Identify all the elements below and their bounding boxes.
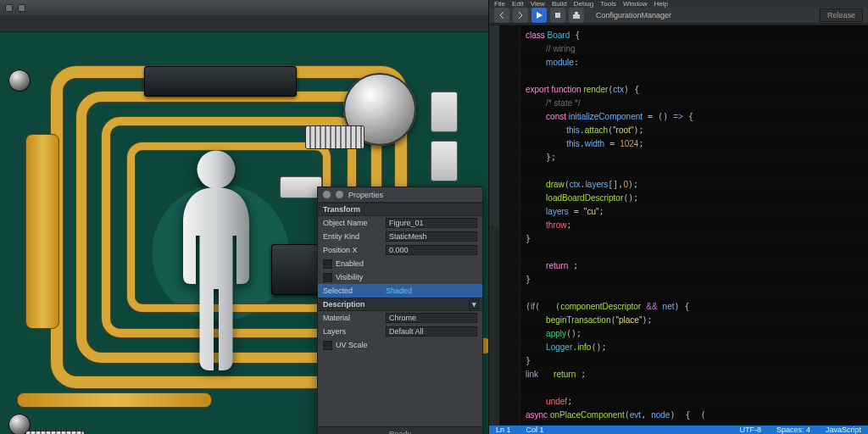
- status-bar[interactable]: Ln 1 Col 1 UTF-8 Spaces: 4 JavaScript: [489, 426, 868, 434]
- nav-back-button[interactable]: [494, 8, 509, 23]
- prop-row-layer[interactable]: Layers Default All: [318, 325, 482, 338]
- prop-row-scale[interactable]: UV Scale: [318, 338, 482, 352]
- status-lang: JavaScript: [826, 426, 861, 434]
- design-viewport-pane: Properties Transform Object Name Figure_…: [0, 0, 488, 434]
- prop-material-input[interactable]: Chrome: [386, 313, 477, 323]
- code-editor[interactable]: class Board { // wiring module: export f…: [489, 25, 868, 426]
- status-indent: Spaces: 4: [776, 426, 810, 434]
- status-col: Col 1: [526, 426, 544, 434]
- panel-menu-icon[interactable]: [336, 191, 343, 198]
- menu-item-build[interactable]: Build: [552, 0, 567, 8]
- code-editor-pane: FileEditViewBuildDebugToolsWindowHelp Co…: [488, 0, 868, 434]
- properties-panel-header[interactable]: Properties: [318, 187, 482, 203]
- pcb-3d-viewport[interactable]: Properties Transform Object Name Figure_…: [0, 32, 488, 434]
- line-number-gutter: [500, 25, 520, 426]
- menubar[interactable]: FileEditViewBuildDebugToolsWindowHelp: [489, 0, 868, 8]
- prop-type-input[interactable]: StaticMesh: [386, 231, 477, 242]
- checkbox-icon[interactable]: [323, 341, 332, 350]
- properties-panel-title: Properties: [348, 191, 383, 199]
- resistor-array-icon: [305, 125, 364, 149]
- window-control-icon[interactable]: [18, 4, 25, 12]
- prop-name-input[interactable]: Figure_01: [386, 218, 477, 228]
- person-silhouette-icon: [153, 147, 280, 376]
- config-dropdown[interactable]: Release: [820, 8, 863, 22]
- menu-item-help[interactable]: Help: [654, 0, 667, 8]
- menu-item-edit[interactable]: Edit: [512, 0, 524, 8]
- menu-item-tools[interactable]: Tools: [600, 0, 616, 8]
- prop-row-selected[interactable]: Selected Shaded: [318, 284, 482, 298]
- collapse-icon[interactable]: ▾: [469, 299, 479, 309]
- panel-menu-icon[interactable]: [323, 191, 331, 198]
- code-area[interactable]: class Board { // wiring module: export f…: [520, 25, 868, 426]
- prop-row-type[interactable]: Entity Kind StaticMesh: [318, 230, 482, 243]
- run-button[interactable]: [531, 8, 547, 23]
- stop-button[interactable]: [550, 8, 565, 23]
- editor-toolbar[interactable]: ConfigurationManager Release: [489, 8, 868, 24]
- viewport-tabstrip[interactable]: [0, 15, 488, 32]
- section-material[interactable]: Description ▾: [318, 298, 482, 311]
- menu-item-view[interactable]: View: [531, 0, 545, 8]
- viewport-titlebar: [0, 0, 488, 15]
- prop-row-pos[interactable]: Position X 0.000: [318, 243, 482, 257]
- window-control-icon[interactable]: [5, 4, 13, 12]
- checkbox-icon[interactable]: [323, 259, 332, 269]
- prop-row-enabled[interactable]: Enabled: [318, 257, 482, 270]
- prop-row-material[interactable]: Material Chrome: [318, 311, 482, 325]
- nav-fwd-button[interactable]: [513, 8, 528, 23]
- prop-layer-input[interactable]: Default All: [386, 326, 477, 337]
- section-transform[interactable]: Transform: [318, 203, 482, 216]
- prop-pos-input[interactable]: 0.000: [386, 245, 477, 255]
- ic-chip-icon: [144, 66, 297, 97]
- properties-panel[interactable]: Properties Transform Object Name Figure_…: [317, 186, 483, 434]
- prop-row-name[interactable]: Object Name Figure_01: [318, 216, 482, 230]
- status-line: Ln 1: [496, 426, 511, 434]
- properties-panel-footer: Ready: [318, 426, 482, 434]
- vertical-tab-well[interactable]: [489, 25, 500, 426]
- svg-rect-2: [573, 14, 580, 19]
- svg-rect-3: [575, 12, 578, 14]
- build-button[interactable]: [569, 8, 584, 23]
- menu-item-window[interactable]: Window: [623, 0, 647, 8]
- svg-point-0: [198, 151, 236, 189]
- screw-icon: [8, 70, 31, 92]
- menu-item-debug[interactable]: Debug: [574, 0, 594, 8]
- status-enc: UTF-8: [739, 426, 761, 434]
- toolbar-caption: ConfigurationManager: [596, 11, 671, 19]
- menu-item-file[interactable]: File: [494, 0, 505, 8]
- checkbox-icon[interactable]: [323, 273, 332, 282]
- prop-row-vis[interactable]: Visibility: [318, 270, 482, 284]
- svg-rect-1: [555, 13, 560, 18]
